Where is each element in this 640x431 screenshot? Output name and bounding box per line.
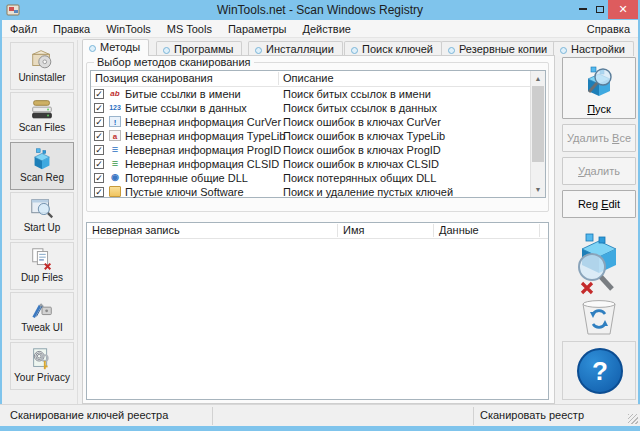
results-list-header: Неверная запись Имя Данные — [87, 223, 548, 239]
method-checkbox[interactable]: ✓ — [94, 89, 104, 99]
sidebar-item-label: Scan Reg — [11, 172, 73, 183]
tab-programs[interactable]: Программы — [156, 41, 242, 56]
vertical-scrollbar[interactable]: ▲ ▼ — [530, 71, 545, 197]
method-description: Поиск потерянных общих DLL — [283, 172, 436, 184]
start-scan-button[interactable]: Пуск — [562, 57, 636, 119]
column-scan-position[interactable]: Позиция сканирования — [95, 72, 213, 84]
tab-label: Программы — [174, 43, 233, 55]
method-row[interactable]: ✓ ≡ Неверная информация CLSID Поиск ошиб… — [91, 157, 530, 171]
tab-installations[interactable]: Инсталляции — [248, 41, 343, 56]
method-description: Поиск ошибок в ключах CurVer — [283, 116, 441, 128]
column-description[interactable]: Описание — [283, 72, 334, 84]
method-checkbox[interactable]: ✓ — [94, 187, 104, 197]
privacy-icon — [29, 346, 55, 372]
scroll-down-icon[interactable]: ▼ — [531, 182, 545, 197]
delete-button[interactable]: Удалить — [562, 157, 636, 185]
method-row[interactable]: ✓ a Неверная информация TypeLib Поиск ош… — [91, 129, 530, 143]
method-checkbox[interactable]: ✓ — [94, 117, 104, 127]
delete-all-button[interactable]: Удалить Все — [562, 124, 636, 152]
status-bar: Сканирование ключей реестра Сканировать … — [0, 404, 640, 426]
sidebar-item-start-up[interactable]: Start Up — [10, 192, 74, 240]
close-button[interactable]: ✕ — [608, 0, 638, 19]
status-divider — [473, 407, 474, 425]
method-row[interactable]: ✓ ab Битые ссылки в имени Поиск битых сс… — [91, 87, 530, 101]
menu-edit[interactable]: Правка — [45, 20, 98, 38]
delete-all-label: Удалить Все — [567, 132, 631, 144]
menu-file[interactable]: Файл — [2, 20, 45, 38]
method-row[interactable]: ✓ ◉ Потерянные общие DLL Поиск потерянны… — [91, 171, 530, 185]
sidebar: Uninstaller Scan Files Scan Reg — [8, 40, 78, 404]
sidebar-item-scan-reg[interactable]: Scan Reg — [10, 142, 74, 190]
results-list[interactable]: Неверная запись Имя Данные — [86, 222, 549, 400]
method-row[interactable]: ✓ 123 Битые ссылки в данных Поиск битых … — [91, 101, 530, 115]
question-mark-icon: ? — [592, 356, 608, 386]
method-name: Неверная информация TypeLib — [125, 130, 285, 142]
method-name: Битые ссылки в данных — [125, 102, 247, 114]
tab-label: Методы — [100, 41, 140, 53]
help-panel: ? — [562, 341, 636, 400]
sidebar-item-your-privacy[interactable]: Your Privacy — [10, 342, 74, 390]
scroll-thumb[interactable] — [532, 86, 544, 162]
method-checkbox[interactable]: ✓ — [94, 131, 104, 141]
maximize-button[interactable] — [591, 0, 608, 19]
tab-methods[interactable]: Методы — [82, 39, 149, 56]
resize-grip[interactable] — [628, 414, 638, 424]
column-divider[interactable] — [539, 224, 540, 237]
column-divider[interactable] — [433, 224, 434, 237]
scroll-up-icon[interactable]: ▲ — [531, 71, 545, 86]
sidebar-item-tweak-ui[interactable]: Tweak UI — [10, 292, 74, 340]
recycle-bin-icon[interactable] — [578, 298, 620, 336]
tab-dot-icon — [448, 47, 455, 54]
sidebar-item-uninstaller[interactable]: Uninstaller — [10, 42, 74, 90]
tab-dot-icon — [560, 47, 567, 54]
method-name: Пустые ключи Software — [125, 186, 244, 198]
method-description: Поиск ошибок в ключах CLSID — [283, 158, 439, 170]
menu-parameters[interactable]: Параметры — [220, 20, 295, 38]
tab-dot-icon — [89, 45, 96, 52]
status-right-text: Сканировать реестр — [480, 409, 584, 421]
method-row[interactable]: ✓ ≡ Неверная информация ProgID Поиск оши… — [91, 143, 530, 157]
scan-files-icon — [29, 96, 55, 122]
minimize-button[interactable] — [574, 0, 591, 19]
menu-action[interactable]: Действие — [295, 20, 359, 38]
method-row[interactable]: ✓ Пустые ключи Software Поиск и удаление… — [91, 185, 530, 199]
method-name: Неверная информация CurVer — [125, 116, 281, 128]
column-data[interactable]: Данные — [439, 224, 479, 236]
tab-backups[interactable]: Резервные копии — [441, 41, 556, 56]
method-row[interactable]: ✓ ! Неверная информация CurVer Поиск оши… — [91, 115, 530, 129]
method-checkbox[interactable]: ✓ — [94, 145, 104, 155]
menu-mstools[interactable]: MS Tools — [159, 20, 220, 38]
method-name: Неверная информация CLSID — [125, 158, 279, 170]
sidebar-item-label: Your Privacy — [11, 372, 73, 383]
sidebar-item-label: Scan Files — [11, 122, 73, 133]
sidebar-item-dup-files[interactable]: Dup Files — [10, 242, 74, 290]
start-button-label: Пуск — [563, 103, 635, 115]
menu-wintools[interactable]: WinTools — [98, 20, 159, 38]
column-divider[interactable] — [278, 72, 279, 85]
column-name[interactable]: Имя — [343, 224, 364, 236]
scan-registry-icon — [29, 146, 55, 172]
shared-dll-icon: ◉ — [109, 172, 121, 183]
tab-dot-icon — [351, 47, 358, 54]
scan-clean-illustration-icon — [568, 233, 630, 297]
tab-settings[interactable]: Настройки — [553, 41, 634, 56]
column-divider[interactable] — [337, 224, 338, 237]
status-left-text: Сканирование ключей реестра — [10, 409, 168, 421]
typelib-icon: a — [109, 130, 121, 141]
regedit-button[interactable]: Reg Edit — [562, 190, 636, 218]
method-checkbox[interactable]: ✓ — [94, 159, 104, 169]
tweak-ui-icon — [29, 296, 55, 322]
sidebar-item-label: Tweak UI — [11, 322, 73, 333]
delete-label: Удалить — [578, 165, 620, 177]
methods-list-header: Позиция сканирования Описание — [91, 71, 530, 87]
help-button[interactable]: ? — [577, 348, 623, 394]
sidebar-item-scan-files[interactable]: Scan Files — [10, 92, 74, 140]
method-checkbox[interactable]: ✓ — [94, 103, 104, 113]
sidebar-item-label: Uninstaller — [11, 72, 73, 83]
tab-key-search[interactable]: Поиск ключей — [344, 41, 442, 56]
regedit-label: Reg Edit — [578, 198, 620, 210]
column-invalid-entry[interactable]: Неверная запись — [92, 224, 180, 236]
startup-icon — [29, 196, 55, 222]
method-checkbox[interactable]: ✓ — [94, 173, 104, 183]
menu-help[interactable]: Справка — [579, 20, 638, 38]
